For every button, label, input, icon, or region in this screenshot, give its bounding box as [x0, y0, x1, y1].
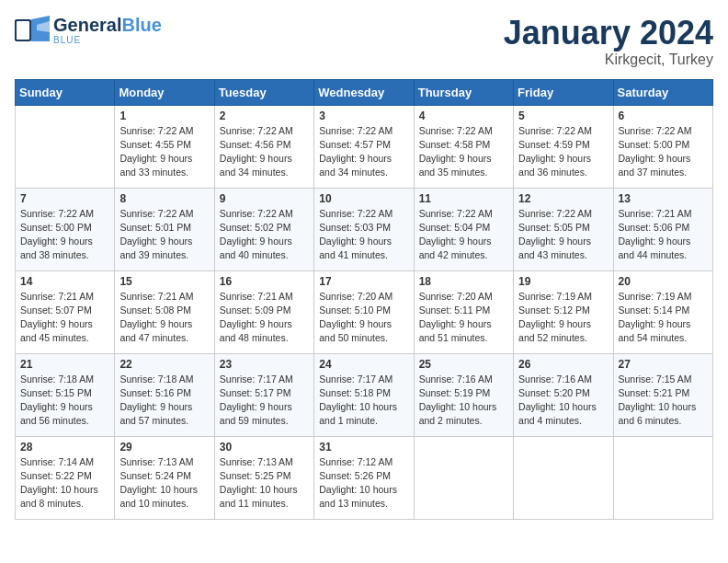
- day-info: Sunrise: 7:12 AM Sunset: 5:26 PM Dayligh…: [319, 455, 408, 511]
- weekday-header: Sunday: [16, 79, 115, 105]
- weekday-header: Monday: [115, 79, 214, 105]
- day-number: 1: [119, 109, 209, 122]
- day-info: Sunrise: 7:13 AM Sunset: 5:25 PM Dayligh…: [220, 455, 309, 511]
- day-info: Sunrise: 7:22 AM Sunset: 5:03 PM Dayligh…: [319, 207, 408, 263]
- day-info: Sunrise: 7:22 AM Sunset: 5:00 PM Dayligh…: [619, 124, 708, 180]
- day-number: 12: [518, 192, 608, 205]
- day-info: Sunrise: 7:19 AM Sunset: 5:12 PM Dayligh…: [518, 290, 608, 346]
- day-number: 26: [518, 358, 608, 371]
- logo: GeneralBlue BLUE: [15, 15, 162, 45]
- calendar-cell: 4Sunrise: 7:22 AM Sunset: 4:58 PM Daylig…: [414, 105, 513, 188]
- weekday-header: Thursday: [414, 79, 513, 105]
- calendar-cell: 22Sunrise: 7:18 AM Sunset: 5:16 PM Dayli…: [115, 353, 214, 436]
- calendar-cell: 27Sunrise: 7:15 AM Sunset: 5:21 PM Dayli…: [613, 353, 712, 436]
- day-info: Sunrise: 7:21 AM Sunset: 5:07 PM Dayligh…: [20, 290, 109, 346]
- day-number: 24: [319, 358, 408, 371]
- day-info: Sunrise: 7:22 AM Sunset: 5:02 PM Dayligh…: [220, 207, 309, 263]
- calendar-cell: 8Sunrise: 7:22 AM Sunset: 5:01 PM Daylig…: [115, 188, 214, 270]
- calendar-cell: [414, 436, 513, 519]
- day-number: 13: [619, 192, 708, 205]
- weekday-header: Saturday: [613, 79, 712, 105]
- calendar-week-row: 21Sunrise: 7:18 AM Sunset: 5:15 PM Dayli…: [16, 353, 713, 436]
- day-number: 8: [119, 192, 209, 205]
- day-number: 5: [518, 109, 608, 122]
- calendar-cell: 9Sunrise: 7:22 AM Sunset: 5:02 PM Daylig…: [214, 188, 313, 270]
- header-row: SundayMondayTuesdayWednesdayThursdayFrid…: [16, 79, 713, 105]
- calendar-week-row: 1Sunrise: 7:22 AM Sunset: 4:55 PM Daylig…: [16, 105, 713, 188]
- day-info: Sunrise: 7:22 AM Sunset: 4:57 PM Dayligh…: [319, 124, 408, 180]
- calendar-header: SundayMondayTuesdayWednesdayThursdayFrid…: [16, 79, 713, 105]
- day-info: Sunrise: 7:22 AM Sunset: 4:59 PM Dayligh…: [518, 124, 608, 180]
- calendar-cell: 6Sunrise: 7:22 AM Sunset: 5:00 PM Daylig…: [613, 105, 712, 188]
- day-number: 22: [119, 358, 209, 371]
- calendar-cell: 12Sunrise: 7:22 AM Sunset: 5:05 PM Dayli…: [514, 188, 613, 270]
- calendar-cell: 26Sunrise: 7:16 AM Sunset: 5:20 PM Dayli…: [514, 353, 613, 436]
- day-number: 7: [20, 192, 109, 205]
- day-info: Sunrise: 7:22 AM Sunset: 5:04 PM Dayligh…: [419, 207, 508, 263]
- calendar-cell: 11Sunrise: 7:22 AM Sunset: 5:04 PM Dayli…: [414, 188, 513, 270]
- calendar-week-row: 7Sunrise: 7:22 AM Sunset: 5:00 PM Daylig…: [16, 188, 713, 270]
- day-info: Sunrise: 7:19 AM Sunset: 5:14 PM Dayligh…: [619, 290, 708, 346]
- day-info: Sunrise: 7:20 AM Sunset: 5:10 PM Dayligh…: [319, 290, 408, 346]
- calendar-cell: 15Sunrise: 7:21 AM Sunset: 5:08 PM Dayli…: [115, 270, 214, 353]
- day-info: Sunrise: 7:21 AM Sunset: 5:09 PM Dayligh…: [220, 290, 309, 346]
- day-number: 4: [419, 109, 508, 122]
- day-number: 23: [220, 358, 309, 371]
- day-number: 27: [619, 358, 708, 371]
- day-info: Sunrise: 7:22 AM Sunset: 5:05 PM Dayligh…: [518, 207, 608, 263]
- calendar-cell: 1Sunrise: 7:22 AM Sunset: 4:55 PM Daylig…: [115, 105, 214, 188]
- day-info: Sunrise: 7:18 AM Sunset: 5:16 PM Dayligh…: [119, 373, 209, 429]
- day-number: 17: [319, 275, 408, 288]
- location: Kirkgecit, Turkey: [504, 52, 713, 68]
- day-info: Sunrise: 7:16 AM Sunset: 5:19 PM Dayligh…: [419, 373, 508, 429]
- day-number: 30: [220, 441, 309, 454]
- calendar-cell: 29Sunrise: 7:13 AM Sunset: 5:24 PM Dayli…: [115, 436, 214, 519]
- day-info: Sunrise: 7:15 AM Sunset: 5:21 PM Dayligh…: [619, 373, 708, 429]
- day-info: Sunrise: 7:18 AM Sunset: 5:15 PM Dayligh…: [20, 373, 109, 429]
- day-info: Sunrise: 7:14 AM Sunset: 5:22 PM Dayligh…: [20, 455, 109, 511]
- day-info: Sunrise: 7:20 AM Sunset: 5:11 PM Dayligh…: [419, 290, 508, 346]
- day-info: Sunrise: 7:16 AM Sunset: 5:20 PM Dayligh…: [518, 373, 608, 429]
- calendar-cell: 18Sunrise: 7:20 AM Sunset: 5:11 PM Dayli…: [414, 270, 513, 353]
- calendar-cell: 21Sunrise: 7:18 AM Sunset: 5:15 PM Dayli…: [16, 353, 115, 436]
- calendar-table: SundayMondayTuesdayWednesdayThursdayFrid…: [15, 79, 713, 520]
- day-info: Sunrise: 7:21 AM Sunset: 5:08 PM Dayligh…: [119, 290, 209, 346]
- day-info: Sunrise: 7:22 AM Sunset: 4:55 PM Dayligh…: [119, 124, 209, 180]
- calendar-body: 1Sunrise: 7:22 AM Sunset: 4:55 PM Daylig…: [16, 105, 713, 519]
- day-info: Sunrise: 7:22 AM Sunset: 5:01 PM Dayligh…: [119, 207, 209, 263]
- calendar-cell: 13Sunrise: 7:21 AM Sunset: 5:06 PM Dayli…: [613, 188, 712, 270]
- day-info: Sunrise: 7:13 AM Sunset: 5:24 PM Dayligh…: [119, 455, 209, 511]
- calendar-cell: 19Sunrise: 7:19 AM Sunset: 5:12 PM Dayli…: [514, 270, 613, 353]
- weekday-header: Friday: [514, 79, 613, 105]
- day-info: Sunrise: 7:22 AM Sunset: 4:56 PM Dayligh…: [220, 124, 309, 180]
- calendar-cell: [613, 436, 712, 519]
- weekday-header: Tuesday: [214, 79, 313, 105]
- day-number: 14: [20, 275, 109, 288]
- calendar-cell: 24Sunrise: 7:17 AM Sunset: 5:18 PM Dayli…: [314, 353, 414, 436]
- day-info: Sunrise: 7:21 AM Sunset: 5:06 PM Dayligh…: [619, 207, 708, 263]
- day-number: 6: [619, 109, 708, 122]
- calendar-cell: 7Sunrise: 7:22 AM Sunset: 5:00 PM Daylig…: [16, 188, 115, 270]
- day-info: Sunrise: 7:22 AM Sunset: 5:00 PM Dayligh…: [20, 207, 109, 263]
- logo-text: GeneralBlue: [53, 15, 162, 35]
- day-number: 16: [220, 275, 309, 288]
- title-block: January 2024 Kirkgecit, Turkey: [504, 15, 713, 68]
- calendar-cell: 20Sunrise: 7:19 AM Sunset: 5:14 PM Dayli…: [613, 270, 712, 353]
- day-number: 25: [419, 358, 508, 371]
- calendar-cell: 10Sunrise: 7:22 AM Sunset: 5:03 PM Dayli…: [314, 188, 414, 270]
- calendar-cell: 30Sunrise: 7:13 AM Sunset: 5:25 PM Dayli…: [214, 436, 313, 519]
- day-number: 21: [20, 358, 109, 371]
- logo-icon: [15, 16, 50, 45]
- day-number: 20: [619, 275, 708, 288]
- calendar-cell: 3Sunrise: 7:22 AM Sunset: 4:57 PM Daylig…: [314, 105, 414, 188]
- day-number: 10: [319, 192, 408, 205]
- day-number: 2: [220, 109, 309, 122]
- weekday-header: Wednesday: [314, 79, 414, 105]
- calendar-cell: 16Sunrise: 7:21 AM Sunset: 5:09 PM Dayli…: [214, 270, 313, 353]
- day-number: 9: [220, 192, 309, 205]
- svg-rect-1: [17, 21, 29, 40]
- day-number: 19: [518, 275, 608, 288]
- page-header: GeneralBlue BLUE January 2024 Kirkgecit,…: [15, 15, 713, 68]
- calendar-cell: 31Sunrise: 7:12 AM Sunset: 5:26 PM Dayli…: [314, 436, 414, 519]
- calendar-cell: 23Sunrise: 7:17 AM Sunset: 5:17 PM Dayli…: [214, 353, 313, 436]
